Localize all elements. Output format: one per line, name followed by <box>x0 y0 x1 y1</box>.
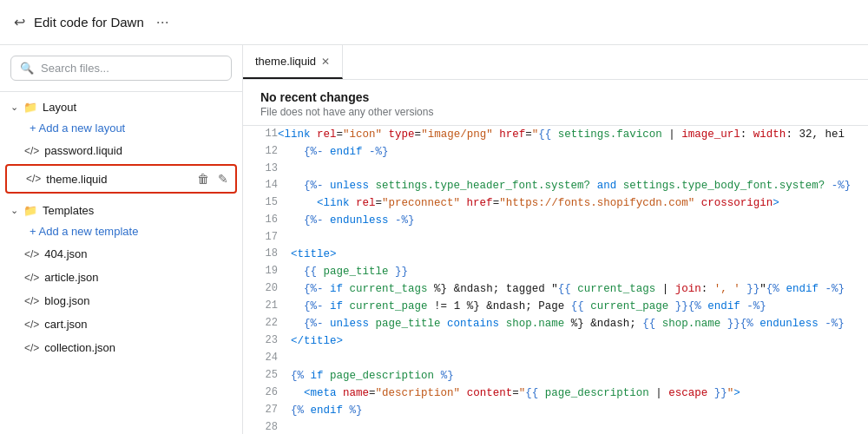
line-content <box>278 419 868 434</box>
layout-chevron-icon: ⌄ <box>10 102 18 113</box>
table-row: 23 </title> <box>243 332 868 350</box>
search-icon: 🔍 <box>20 62 34 75</box>
line-number: 24 <box>243 350 278 366</box>
add-layout-label: + Add a new layout <box>30 122 125 135</box>
file-name-password: password.liquid <box>44 144 232 157</box>
search-box[interactable]: 🔍 Search files... <box>10 56 232 81</box>
layout-section-header[interactable]: ⌄ 📁 Layout <box>0 92 242 117</box>
sidebar-resizer[interactable] <box>239 45 242 434</box>
file-item-cart-json[interactable]: </> cart.json <box>0 312 242 336</box>
line-content: {%- if current_tags %} &ndash; tagged "{… <box>278 280 868 298</box>
templates-section-header[interactable]: ⌄ 📁 Templates <box>0 195 242 220</box>
line-content <box>278 161 868 177</box>
line-content <box>278 229 868 246</box>
layout-folder-icon: 📁 <box>23 101 37 114</box>
tabs-bar: theme.liquid ✕ <box>243 45 868 80</box>
line-content: {%- if current_page != 1 %} &ndash; Page… <box>278 298 868 315</box>
line-content: <title> <box>278 246 868 263</box>
table-row: 17 <box>243 229 868 246</box>
code-icon: </> <box>24 145 39 157</box>
line-content: {%- endunless -%} <box>278 212 868 229</box>
line-content: {%- unless page_title contains shop.name… <box>278 315 868 332</box>
templates-chevron-icon: ⌄ <box>10 205 18 216</box>
file-item-404-json[interactable]: </> 404.json <box>0 242 242 266</box>
line-number: 19 <box>243 263 278 280</box>
table-row: 22 {%- unless page_title contains shop.n… <box>243 315 868 332</box>
file-name-collection: collection.json <box>44 341 232 354</box>
file-name-article: article.json <box>44 271 232 284</box>
table-row: 15 <link rel="preconnect" href="https://… <box>243 194 868 212</box>
line-content <box>278 350 868 366</box>
top-bar: ↩ Edit code for Dawn ··· <box>0 0 868 45</box>
line-number: 15 <box>243 194 278 212</box>
line-content: <meta name="description" content="{{ pag… <box>278 385 868 402</box>
changes-banner: No recent changes File does not have any… <box>243 80 868 126</box>
file-actions: 🗑 ✎ <box>195 170 230 187</box>
templates-section-label: Templates <box>43 204 94 217</box>
file-name-404: 404.json <box>44 247 232 260</box>
code-editor[interactable]: 11 <link rel="icon" type="image/png" hre… <box>243 126 868 434</box>
code-icon: </> <box>24 319 39 331</box>
table-row: 16 {%- endunless -%} <box>243 212 868 229</box>
table-row: 26 <meta name="description" content="{{ … <box>243 385 868 402</box>
templates-folder-icon: 📁 <box>23 204 37 217</box>
table-row: 14 {%- unless settings.type_header_font.… <box>243 177 868 194</box>
table-row: 19 {{ page_title }} <box>243 263 868 280</box>
editor-area: theme.liquid ✕ No recent changes File do… <box>243 45 868 434</box>
page-title: Edit code for Dawn <box>34 15 144 30</box>
code-icon: </> <box>24 295 39 307</box>
sidebar-search: 🔍 Search files... <box>0 45 242 92</box>
line-number: 21 <box>243 298 278 315</box>
line-number: 20 <box>243 280 278 298</box>
line-number: 12 <box>243 143 278 161</box>
line-content: </title> <box>278 332 868 350</box>
file-item-blog-json[interactable]: </> blog.json <box>0 289 242 312</box>
table-row: 27 {% endif %} <box>243 402 868 419</box>
table-row: 11 <link rel="icon" type="image/png" hre… <box>243 126 868 143</box>
line-number: 26 <box>243 385 278 402</box>
line-number: 18 <box>243 246 278 263</box>
table-row: 18 <title> <box>243 246 868 263</box>
line-content: <link rel="preconnect" href="https://fon… <box>278 194 868 212</box>
search-input[interactable]: Search files... <box>41 62 109 75</box>
line-number: 28 <box>243 419 278 434</box>
table-row: 21 {%- if current_page != 1 %} &ndash; P… <box>243 298 868 315</box>
code-icon: </> <box>24 342 39 354</box>
code-icon: </> <box>26 173 41 185</box>
add-layout-link[interactable]: + Add a new layout <box>0 117 242 139</box>
line-content: {{ page_title }} <box>278 263 868 280</box>
file-item-collection-json[interactable]: </> collection.json <box>0 336 242 359</box>
file-item-theme-liquid[interactable]: </> theme.liquid 🗑 ✎ <box>5 164 237 194</box>
line-content: {%- unless settings.type_header_font.sys… <box>278 177 868 194</box>
table-row: 12 {%- endif -%} <box>243 143 868 161</box>
table-row: 28 <box>243 419 868 434</box>
code-icon: </> <box>24 248 39 260</box>
line-content: <link rel="icon" type="image/png" href="… <box>278 126 868 143</box>
add-template-label: + Add a new template <box>30 225 138 238</box>
line-number: 27 <box>243 402 278 419</box>
tab-name: theme.liquid <box>255 55 316 68</box>
table-row: 13 <box>243 161 868 177</box>
tab-close-icon[interactable]: ✕ <box>321 56 330 68</box>
add-template-link[interactable]: + Add a new template <box>0 220 242 242</box>
edit-file-button[interactable]: ✎ <box>216 170 230 187</box>
changes-subtitle: File does not have any other versions <box>260 106 851 118</box>
back-icon[interactable]: ↩ <box>14 14 25 30</box>
main-layout: 🔍 Search files... ⌄ 📁 Layout + Add a new… <box>0 45 868 434</box>
more-options-icon[interactable]: ··· <box>156 13 169 31</box>
table-row: 20 {%- if current_tags %} &ndash; tagged… <box>243 280 868 298</box>
sidebar: 🔍 Search files... ⌄ 📁 Layout + Add a new… <box>0 45 243 434</box>
file-item-password-liquid[interactable]: </> password.liquid <box>0 139 242 162</box>
changes-title: No recent changes <box>260 90 851 104</box>
code-table: 11 <link rel="icon" type="image/png" hre… <box>243 126 868 434</box>
line-number: 17 <box>243 229 278 246</box>
line-number: 16 <box>243 212 278 229</box>
file-item-article-json[interactable]: </> article.json <box>0 266 242 289</box>
line-number: 23 <box>243 332 278 350</box>
line-content: {%- endif -%} <box>278 143 868 161</box>
delete-file-button[interactable]: 🗑 <box>195 170 211 187</box>
line-number: 22 <box>243 315 278 332</box>
code-icon: </> <box>24 272 39 284</box>
tab-theme-liquid[interactable]: theme.liquid ✕ <box>243 45 343 79</box>
line-content: {% endif %} <box>278 402 868 419</box>
